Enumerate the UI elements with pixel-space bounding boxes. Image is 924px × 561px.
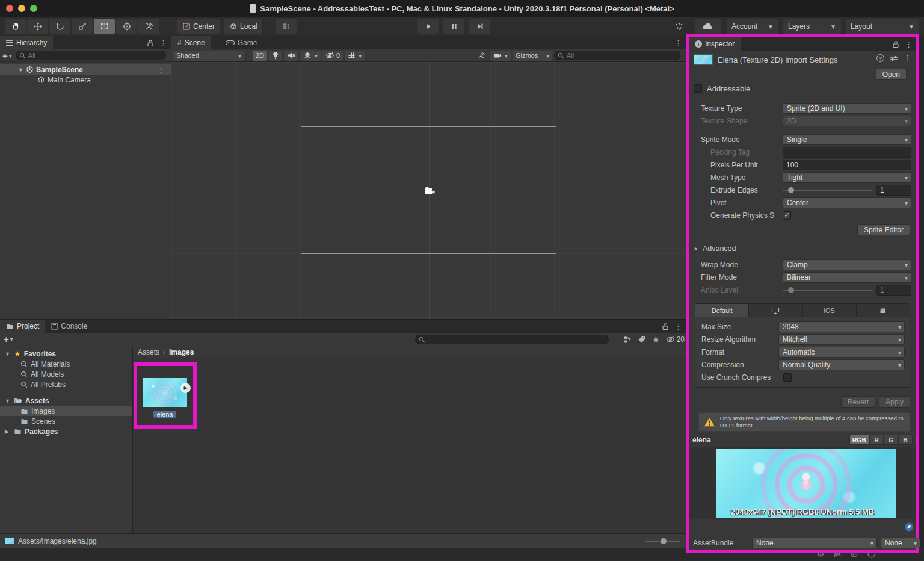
channel-b-button[interactable]: B <box>898 435 913 445</box>
platform-tab-android[interactable] <box>857 304 910 317</box>
folder-scenes[interactable]: Scenes <box>0 416 132 426</box>
favorites-foldout[interactable]: ▼ ★ Favorites <box>0 349 132 359</box>
generate-physics-checkbox[interactable]: ✓ <box>783 211 791 220</box>
resize-algorithm-dropdown[interactable]: Mitchell▾ <box>778 334 905 345</box>
gizmos-dropdown[interactable]: Gizmos▾ <box>513 51 552 61</box>
apply-button[interactable]: Apply <box>879 396 910 408</box>
kebab-menu-icon[interactable]: ⋮ <box>674 39 682 47</box>
extrude-edges-slider[interactable] <box>783 190 872 191</box>
advanced-foldout[interactable]: ► Advanced <box>689 243 916 255</box>
breadcrumb-images[interactable]: Images <box>169 348 194 356</box>
asset-bundle-dropdown[interactable]: None▾ <box>752 538 877 548</box>
filter-mode-dropdown[interactable]: Bilinear▾ <box>783 272 911 283</box>
scene-effects-dropdown[interactable]: ▾ <box>300 51 321 61</box>
preview-drag-handle[interactable] <box>716 439 845 442</box>
scale-tool-button[interactable] <box>72 19 93 34</box>
rect-tool-button[interactable] <box>94 19 115 34</box>
pivot-mode-button[interactable]: Center <box>177 19 220 34</box>
transform-tool-button[interactable] <box>116 19 137 34</box>
camera-gizmo-icon[interactable] <box>423 186 436 196</box>
kebab-menu-icon[interactable]: ⋮ <box>674 323 682 330</box>
tab-hierarchy[interactable]: Hierarchy <box>0 36 53 49</box>
pivot-dropdown[interactable]: Center▾ <box>783 197 911 208</box>
mesh-type-dropdown[interactable]: Tight▾ <box>783 172 911 183</box>
foldout-caret-icon[interactable]: ▼ <box>18 67 23 73</box>
addressable-tag-icon[interactable] <box>904 522 914 532</box>
favorite-all-prefabs[interactable]: All Prefabs <box>0 379 132 389</box>
channel-r-button[interactable]: R <box>869 435 884 445</box>
search-by-label-icon[interactable] <box>638 335 646 344</box>
help-icon[interactable]: ? <box>876 54 884 62</box>
assets-foldout[interactable]: ▼ Assets <box>0 395 132 406</box>
lock-icon[interactable] <box>147 39 154 47</box>
lock-icon[interactable] <box>892 40 899 48</box>
tab-project[interactable]: Project <box>0 320 45 333</box>
scene-audio-toggle[interactable] <box>284 51 298 61</box>
wrap-mode-dropdown[interactable]: Clamp▾ <box>783 259 911 270</box>
search-by-type-icon[interactable] <box>623 335 632 344</box>
grid-snap-button[interactable] <box>276 19 297 34</box>
scene-row[interactable]: ▼ SampleScene ⋮ <box>0 64 171 75</box>
layout-dropdown[interactable]: Layout▼ <box>846 19 919 34</box>
layers-dropdown[interactable]: Layers▼ <box>783 19 841 34</box>
add-object-button[interactable]: + <box>2 51 8 61</box>
scene-lighting-toggle[interactable] <box>269 51 282 61</box>
kebab-menu-icon[interactable]: ⋮ <box>904 54 911 62</box>
kebab-menu-icon[interactable]: ⋮ <box>157 66 165 73</box>
presets-icon[interactable] <box>890 55 898 62</box>
breadcrumb-assets[interactable]: Assets <box>138 348 159 356</box>
pixels-per-unit-field[interactable]: 100 <box>783 160 911 170</box>
collab-button[interactable] <box>668 19 689 34</box>
play-button[interactable] <box>417 19 439 34</box>
platform-tab-standalone[interactable] <box>749 304 802 317</box>
format-dropdown[interactable]: Automatic▾ <box>778 347 905 358</box>
favorites-star-icon[interactable]: ★ <box>652 335 660 344</box>
move-tool-button[interactable] <box>27 19 48 34</box>
hidden-objects-toggle[interactable]: 0 <box>322 51 343 61</box>
addressable-checkbox[interactable] <box>694 84 702 93</box>
sprite-mode-dropdown[interactable]: Single▾ <box>783 134 911 145</box>
tab-inspector[interactable]: i Inspector <box>689 37 741 51</box>
rotate-tool-button[interactable] <box>49 19 70 34</box>
step-button[interactable] <box>469 19 490 34</box>
sprite-editor-button[interactable]: Sprite Editor <box>857 224 910 235</box>
texture-type-dropdown[interactable]: Sprite (2D and UI)▾ <box>783 103 911 114</box>
scene-tools-button[interactable] <box>474 51 488 61</box>
favorite-all-materials[interactable]: All Materials <box>0 359 132 369</box>
chevron-down-icon[interactable]: ▾ <box>9 52 12 59</box>
hidden-assets-indicator[interactable]: 20 <box>666 335 685 344</box>
folder-images[interactable]: Images <box>0 406 132 416</box>
tab-scene[interactable]: # Scene <box>171 36 211 49</box>
lock-icon[interactable] <box>662 323 669 330</box>
cloud-button[interactable] <box>695 19 721 34</box>
packages-foldout[interactable]: ▶ Packages <box>0 426 132 436</box>
hand-tool-button[interactable] <box>5 19 26 34</box>
use-crunch-checkbox[interactable] <box>783 373 792 382</box>
account-dropdown[interactable]: Account▼ <box>727 19 778 34</box>
custom-tool-button[interactable] <box>138 19 159 34</box>
kebab-menu-icon[interactable]: ⋮ <box>159 39 167 47</box>
scene-grid-dropdown[interactable]: ▾ <box>345 51 365 61</box>
project-search-input[interactable] <box>415 335 609 344</box>
shading-mode-dropdown[interactable]: Shaded▾ <box>173 51 244 61</box>
tab-game[interactable]: Game <box>220 36 263 49</box>
revert-button[interactable]: Revert <box>841 396 875 408</box>
asset-bundle-variant-dropdown[interactable]: None▾ <box>881 538 920 548</box>
platform-tab-default[interactable]: Default <box>695 304 749 317</box>
chevron-down-icon[interactable]: ▾ <box>10 336 13 342</box>
thumbnail-zoom-slider[interactable] <box>645 541 680 542</box>
platform-tab-ios[interactable]: iOS <box>803 304 857 317</box>
add-asset-button[interactable]: + <box>4 334 9 344</box>
open-button[interactable]: Open <box>876 69 907 80</box>
kebab-menu-icon[interactable]: ⋮ <box>905 40 913 48</box>
scene-search-input[interactable] <box>554 51 680 60</box>
play-preview-icon[interactable]: ▶ <box>180 383 191 393</box>
channel-rgb-button[interactable]: RGB <box>849 435 869 445</box>
extrude-edges-value[interactable]: 1 <box>876 185 911 196</box>
compression-dropdown[interactable]: Normal Quality▾ <box>778 359 905 370</box>
channel-g-button[interactable]: G <box>884 435 898 445</box>
favorite-all-models[interactable]: All Models <box>0 369 132 379</box>
hierarchy-search-input[interactable] <box>16 51 166 60</box>
hierarchy-item-main-camera[interactable]: Main Camera <box>0 75 171 85</box>
tab-console[interactable]: Console <box>45 320 93 333</box>
